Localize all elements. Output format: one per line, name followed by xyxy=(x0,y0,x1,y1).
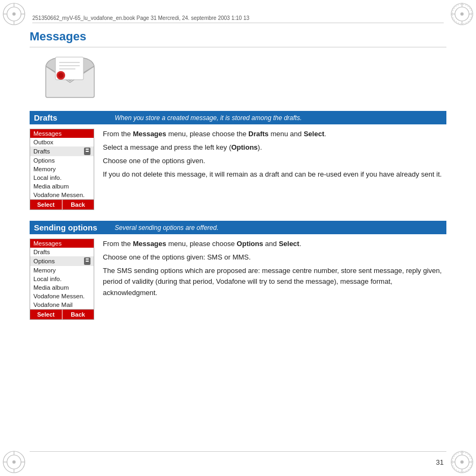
menu-item-memory: Memory xyxy=(30,165,94,173)
corner-ornament-tr xyxy=(449,1,475,27)
sending-options-content: Messages Drafts Options Memory Local inf… xyxy=(30,239,446,320)
sending-options-text: From the Messages menu, please choose Op… xyxy=(103,239,446,320)
back-button[interactable]: Back xyxy=(62,200,94,209)
page-title: Messages xyxy=(30,30,446,47)
menu2-item-memory: Memory xyxy=(30,266,94,275)
file-info: 251350662_myV-65_lu_vodafone_en.book Pag… xyxy=(32,15,249,21)
header-bar: 251350662_myV-65_lu_vodafone_en.book Pag… xyxy=(32,15,444,23)
drafts-phone-menu: Messages Outbox Drafts Options Memory Lo… xyxy=(30,129,94,210)
back-button-2[interactable]: Back xyxy=(62,310,94,319)
main-content: Messages Drafts When you store a created… xyxy=(30,30,446,449)
sending-options-title: Sending options xyxy=(34,223,109,232)
select-button[interactable]: Select xyxy=(30,200,62,209)
envelope-illustration xyxy=(40,53,446,101)
svg-point-28 xyxy=(460,460,464,464)
menu2-item-messages: Messages xyxy=(30,239,94,248)
menu-footer: Select Back xyxy=(30,199,94,209)
menu-item-vodafone-messen: Vodafone Messen. xyxy=(30,191,94,199)
section-sending-options: Sending options Several sending options … xyxy=(30,221,446,320)
menu2-item-mediaalbum: Media album xyxy=(30,283,94,292)
drafts-text: From the Messages menu, please choose th… xyxy=(103,129,446,210)
menu-item-messages: Messages xyxy=(30,129,94,138)
menu2-item-vodafone-messen: Vodafone Messen. xyxy=(30,292,94,300)
svg-point-13 xyxy=(460,12,464,16)
menu-item-options: Options xyxy=(30,156,94,165)
bottom-border xyxy=(30,451,446,452)
menu2-item-localinfo: Local info. xyxy=(30,275,94,283)
drafts-section-header: Drafts When you store a created message,… xyxy=(30,111,446,124)
corner-ornament-bl xyxy=(1,449,27,475)
drafts-title: Drafts xyxy=(34,113,109,122)
menu-item-outbox: Outbox xyxy=(30,138,94,146)
sending-options-phone-menu: Messages Drafts Options Memory Local inf… xyxy=(30,239,94,320)
svg-point-36 xyxy=(58,73,64,78)
menu2-item-options[interactable]: Options xyxy=(30,256,94,266)
menu-item-mediaalbum: Media album xyxy=(30,182,94,191)
menu-item-localinfo: Local info. xyxy=(30,173,94,182)
svg-point-6 xyxy=(12,12,16,16)
svg-point-21 xyxy=(12,460,16,464)
corner-ornament-tl xyxy=(1,1,27,27)
menu-item-drafts[interactable]: Drafts xyxy=(30,146,94,156)
scroll-indicator xyxy=(84,148,90,155)
select-button-2[interactable]: Select xyxy=(30,310,62,319)
sending-options-section-header: Sending options Several sending options … xyxy=(30,221,446,234)
page-number: 31 xyxy=(436,458,444,466)
corner-ornament-br xyxy=(449,449,475,475)
section-drafts: Drafts When you store a created message,… xyxy=(30,111,446,210)
scroll-indicator-2 xyxy=(84,257,90,265)
drafts-content: Messages Outbox Drafts Options Memory Lo… xyxy=(30,129,446,210)
sending-options-description: Several sending options are offered. xyxy=(115,224,219,232)
menu2-item-vodafone-mail: Vodafone Mail xyxy=(30,300,94,309)
menu2-footer: Select Back xyxy=(30,309,94,319)
drafts-description: When you store a created message, it is … xyxy=(115,114,302,122)
menu2-item-drafts: Drafts xyxy=(30,248,94,256)
